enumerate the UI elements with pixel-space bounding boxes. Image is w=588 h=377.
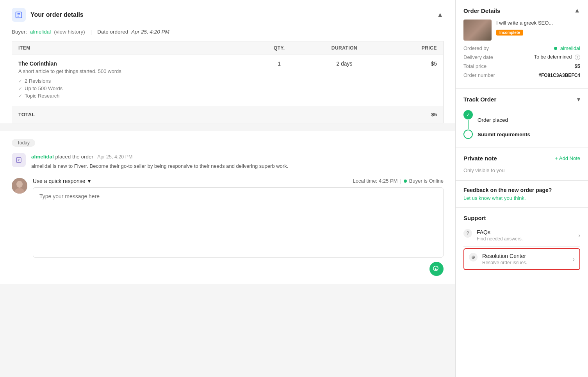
item-name: The Corinthian [18,60,248,67]
feedback-title: Feedback on the new order page? [463,187,580,193]
order-number-row: Order number #FO81C3A3BEFC4 [463,72,580,78]
col-qty: QTY. [255,41,304,55]
resolution-chevron-icon: › [573,256,575,262]
delivery-date-row: Delivery date To be determined ? [463,54,580,60]
col-price: PRICE [385,41,443,55]
track-steps: ✓ Order placed Submit requirements [463,108,580,140]
resolution-icon: ⊕ [469,253,478,261]
check-icon-2: ✓ [18,86,22,91]
separator: | [91,29,92,35]
total-value: $5 [385,106,443,123]
track-order-chevron-icon[interactable]: ▾ [577,96,580,103]
resolution-title: Resolution Center [482,253,527,259]
separator: | [400,178,401,184]
feedback-link[interactable]: Let us know what you think. [463,195,526,201]
item-price: $5 [385,55,443,106]
sidebar-order-chevron-icon[interactable]: ▲ [574,7,580,14]
support-section: Support ? FAQs Find needed answers. › ⊕ … [456,208,588,277]
activity-entry: almelidal placed the order Apr 25, 4:20 … [12,153,444,170]
resolution-item-left: ⊕ Resolution Center Resolve order issues… [469,253,527,265]
col-duration: DURATION [304,41,385,55]
faq-item-left: ? FAQs Find needed answers. [463,229,523,242]
dropdown-arrow-icon: ▾ [88,178,91,184]
total-price-row: Total price $5 [463,63,580,69]
step-circle-pending [463,130,473,139]
date-label: Date ordered [97,29,128,35]
faq-item[interactable]: ? FAQs Find needed answers. › [463,224,580,247]
support-title: Support [463,215,486,221]
order-details-section: Your order details ▲ Buyer: almelidal (v… [0,0,455,123]
collapse-button[interactable]: ▲ [437,11,444,19]
avatar [12,178,27,194]
message-compose: Use a quick response ▾ Local time: 4:25 … [12,178,444,276]
activity-icon [12,153,26,167]
step-icon-wrap-2 [463,130,473,139]
section-title: Your order details [30,11,84,18]
order-thumbnail [463,20,492,41]
col-item: ITEM [12,41,255,55]
status-badge: Incomplete [496,30,523,36]
step-line [468,120,469,129]
private-note-title: Private note [463,155,497,162]
private-note-section: Private note + Add Note Only visible to … [456,148,588,181]
view-history-link[interactable]: (view history) [54,29,85,35]
date-value: Apr 25, 4:20 PM [131,29,169,35]
faq-chevron-icon: › [578,232,580,238]
activity-actor: almelidal [31,154,54,160]
faq-desc: Find needed answers. [477,236,523,242]
message-input[interactable] [33,187,444,258]
feature-revisions: ✓ 2 Revisions [18,78,248,84]
online-dot-icon [404,180,407,183]
track-order-section: Track Order ▾ ✓ Order placed Submit requ… [456,89,588,148]
svg-point-3 [16,181,23,188]
faq-icon: ? [463,229,472,238]
order-number-value: #FO81C3A3BEFC4 [538,73,580,78]
quick-response-button[interactable]: Use a quick response ▾ [33,178,91,184]
item-qty: 1 [255,55,304,106]
check-icon-1: ✓ [18,78,22,84]
resolution-desc: Resolve order issues. [482,260,527,265]
feedback-section: Feedback on the new order page? Let us k… [456,181,588,208]
activity-time: Apr 25, 4:20 PM [95,154,133,160]
help-icon: ? [575,55,580,60]
sidebar-order-details: Order Details ▲ I will write a greek SEO… [456,0,588,89]
check-icon-3: ✓ [18,93,22,99]
total-row: TOTAL $5 [12,106,444,123]
buyer-label: Buyer: [12,29,27,35]
resolution-center-item[interactable]: ⊕ Resolution Center Resolve order issues… [463,248,580,270]
activity-action: placed the order [55,154,94,160]
step-circle-done: ✓ [463,110,473,119]
track-step-2: Submit requirements [463,130,580,139]
compose-right: Use a quick response ▾ Local time: 4:25 … [33,178,444,276]
item-features: ✓ 2 Revisions ✓ Up to 500 Words ✓ Topic … [18,78,248,99]
item-desc: A short article to get things started. 5… [18,68,248,74]
send-button[interactable] [429,262,444,276]
chat-section: Today almelidal placed the order Apr 25,… [0,131,455,284]
track-step-1: ✓ Order placed [463,110,580,130]
ordered-by-label: Ordered by [463,45,489,51]
delivery-date-label: Delivery date [463,54,493,60]
ordered-by-value: almelidal [554,45,580,51]
order-icon [12,8,26,22]
total-price-value: $5 [575,63,580,69]
order-table: ITEM QTY. DURATION PRICE The Corinthian … [12,41,444,123]
ordered-by-row: Ordered by almelidal [463,45,580,51]
step-label-2: Submit requirements [478,132,530,137]
delivery-date-value: To be determined ? [534,54,580,60]
activity-text: almelidal placed the order Apr 25, 4:20 … [31,153,288,170]
step-label-1: Order placed [478,117,508,123]
buyer-name-link[interactable]: almelidal [30,29,51,35]
step-icon-wrap-1: ✓ [463,110,473,130]
add-note-button[interactable]: + Add Note [555,155,580,161]
faq-title: FAQs [477,229,523,235]
sidebar: Order Details ▲ I will write a greek SEO… [455,0,588,377]
today-badge: Today [12,139,35,147]
track-order-title: Track Order [463,96,496,103]
order-gig-title: I will write a greek SEO... [496,20,553,27]
total-label: TOTAL [12,106,255,123]
order-preview: I will write a greek SEO... Incomplete [463,20,580,41]
item-duration: 2 days [304,55,385,106]
online-status: Local time: 4:25 PM | Buyer is Online [353,178,444,184]
feature-words: ✓ Up to 500 Words [18,85,248,91]
order-number-label: Order number [463,72,495,78]
